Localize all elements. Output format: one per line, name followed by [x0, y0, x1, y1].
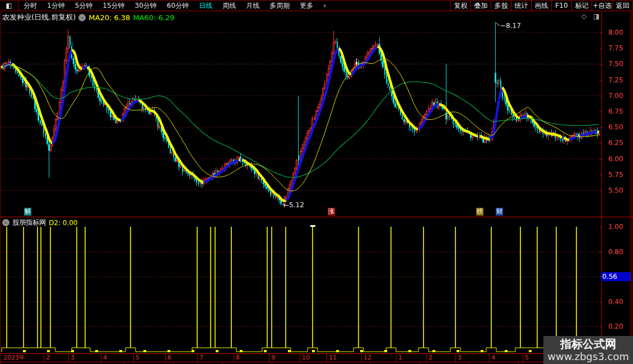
indicator-axis-tick: [599, 302, 602, 302]
window-split-icon: ◧: [6, 2, 12, 10]
chevron-down-icon[interactable]: ⌄: [2, 219, 10, 226]
timeframe-tab-30分钟[interactable]: 30分钟: [130, 1, 162, 11]
indicator-panel-chart[interactable]: [0, 217, 601, 353]
price-axis-label: 7.00: [602, 92, 630, 100]
stock-app-window: { "icons": { "window_split": "◧", "chevr…: [0, 0, 633, 364]
watermark-site-name: 指标公式网: [560, 337, 616, 351]
price-axis-tick: [599, 111, 602, 112]
price-axis-label: 5.75: [602, 171, 630, 179]
panel-toggle-icon[interactable]: ◨: [593, 12, 599, 20]
indicator-axis-tick: [599, 252, 602, 253]
month-label: 3: [458, 354, 462, 361]
chart-corner-icons: ◇ ◨: [581, 12, 599, 20]
timeframe-tab-分时[interactable]: 分时: [18, 1, 42, 11]
month-separator: [165, 353, 166, 362]
event-marker-解[interactable]: 解: [24, 208, 31, 216]
month-label: 5: [136, 354, 139, 361]
price-axis-label: 6.25: [602, 139, 630, 147]
main-chart-header: 农发种业(日线.前复权) ⌄ MA20: 6.38 MA60: 6.29: [2, 12, 175, 22]
timeframe-tab-周线[interactable]: 周线: [217, 1, 241, 11]
action-button-画线[interactable]: 画线: [532, 1, 552, 11]
month-separator: [489, 353, 490, 362]
price-axis-tick: [599, 143, 602, 143]
indicator-axis-label: 1.00: [602, 223, 630, 231]
indicator-title: 股朋指标网: [12, 218, 46, 227]
price-axis-tick: [599, 80, 602, 81]
axis-top-line: [0, 353, 633, 354]
month-label: 9: [271, 354, 275, 361]
action-button-统计[interactable]: 统计: [511, 1, 532, 11]
month-label: 2: [429, 354, 432, 361]
timeframe-tab-月线[interactable]: 月线: [241, 1, 264, 11]
action-button-返回[interactable]: 返回: [613, 1, 633, 11]
price-axis-tick: [599, 48, 602, 49]
event-marker-榜[interactable]: 榜: [476, 208, 483, 216]
month-label: 6: [167, 354, 171, 361]
event-marker-财[interactable]: 财: [496, 208, 503, 216]
price-axis-label: 6.75: [602, 108, 630, 115]
month-label: 8: [236, 354, 240, 361]
ma60-value: MA60: 6.29: [133, 13, 174, 22]
month-label: 2023年: [3, 354, 25, 361]
axis-bottom-line: [0, 362, 633, 362]
month-label: 12: [364, 354, 371, 361]
window-split-button[interactable]: ◧: [0, 1, 18, 11]
diamond-icon[interactable]: ◇: [581, 12, 587, 20]
watermark-url: www.zbgs3.com: [547, 351, 629, 363]
action-button-复权[interactable]: 复权: [451, 1, 471, 11]
price-axis-label: 7.25: [602, 76, 630, 84]
indicator-value: D2: 0.00: [49, 219, 77, 227]
right-border-line: [631, 11, 631, 362]
price-axis-tick: [599, 32, 602, 33]
event-marker-涨[interactable]: 涨: [328, 208, 335, 216]
timeframe-tab-更多[interactable]: 更多: [295, 1, 318, 11]
price-axis-label: 7.50: [602, 60, 630, 68]
action-button-F10[interactable]: F10: [552, 1, 572, 11]
month-separator: [300, 353, 300, 362]
timeframe-tab-多周期[interactable]: 多周期: [264, 1, 295, 11]
price-axis-label: 7.75: [602, 44, 630, 52]
timeframe-tab-1分钟[interactable]: 1分钟: [42, 1, 70, 11]
current-value-box: 0.56: [601, 272, 631, 281]
price-axis-tick: [599, 175, 602, 175]
timeframe-tab-›[interactable]: ›: [318, 2, 331, 10]
month-separator: [327, 353, 327, 362]
price-axis-tick: [599, 64, 602, 64]
month-label: 3: [71, 354, 75, 361]
month-separator: [133, 353, 134, 362]
month-label: 4: [103, 354, 107, 361]
month-label: 5: [525, 354, 529, 361]
month-separator: [234, 353, 234, 362]
month-separator: [523, 353, 523, 362]
action-button-标记[interactable]: 标记: [572, 1, 592, 11]
month-separator: [197, 353, 198, 362]
action-button-多股[interactable]: 多股: [491, 1, 511, 11]
indicator-axis-tick: [599, 326, 602, 327]
svg-text:←5.12: ←5.12: [283, 201, 304, 209]
price-axis-label: 8.00: [602, 29, 630, 36]
timeframe-tab-15分钟[interactable]: 15分钟: [97, 1, 129, 11]
indicator-axis-tick: [599, 227, 602, 227]
timeframe-tab-日线[interactable]: 日线: [194, 1, 217, 11]
left-border-line: [0, 11, 1, 364]
timeframe-tab-5分钟[interactable]: 5分钟: [70, 1, 98, 11]
action-button-+自选[interactable]: +自选: [592, 1, 613, 11]
timeframe-tab-60分钟[interactable]: 60分钟: [162, 1, 194, 11]
top-toolbar: ◧ 分时1分钟5分钟15分钟30分钟60分钟日线周线月线多周期更多› 复权叠加多…: [0, 0, 633, 11]
month-separator: [361, 353, 362, 362]
month-separator: [68, 353, 69, 362]
month-label: 7: [199, 354, 203, 361]
main-candlestick-chart[interactable]: ~8.17←5.12: [0, 11, 601, 217]
action-buttons: 复权叠加多股统计画线F10标记+自选返回: [450, 1, 633, 11]
indicator-axis-label: 0.20: [602, 323, 630, 330]
panel-divider-line: [0, 217, 633, 217]
price-axis-label: 6.50: [602, 123, 630, 131]
month-separator: [426, 353, 427, 362]
timeframe-tabs: 分时1分钟5分钟15分钟30分钟60分钟日线周线月线多周期更多›: [18, 1, 331, 11]
indicator-axis-label: 0.40: [602, 298, 630, 306]
chevron-down-icon[interactable]: ⌄: [78, 14, 86, 21]
stock-title: 农发种业(日线.前复权): [2, 12, 76, 22]
action-button-叠加[interactable]: 叠加: [471, 1, 491, 11]
month-label: 2: [46, 354, 50, 361]
svg-text:~8.17: ~8.17: [500, 22, 521, 30]
